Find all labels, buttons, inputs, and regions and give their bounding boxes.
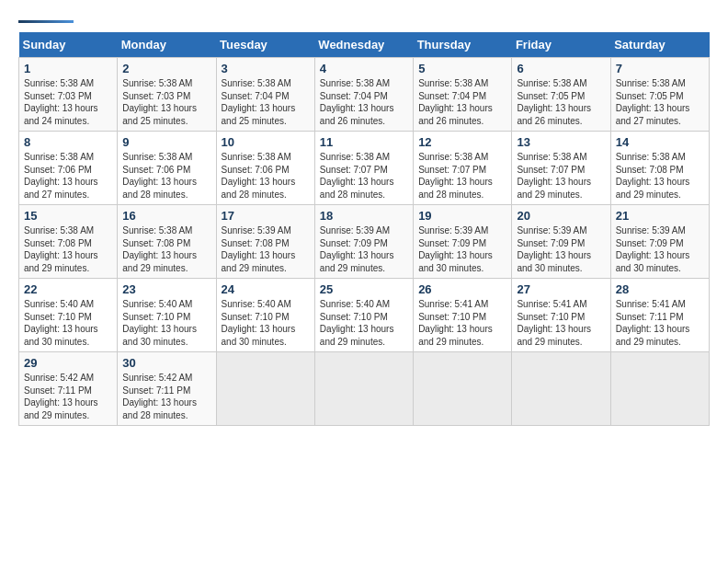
day-number: 8 [24,135,112,149]
day-number: 16 [122,209,210,223]
table-row: 11Sunrise: 5:38 AM Sunset: 7:07 PM Dayli… [314,132,413,205]
table-row: 29Sunrise: 5:42 AM Sunset: 7:11 PM Dayli… [19,352,118,426]
table-row: 24Sunrise: 5:40 AM Sunset: 7:10 PM Dayli… [216,279,314,352]
day-number: 26 [418,282,506,296]
day-number: 19 [418,209,506,223]
day-info: Sunrise: 5:38 AM Sunset: 7:04 PM Dayligh… [222,77,310,127]
table-row: 8Sunrise: 5:38 AM Sunset: 7:06 PM Daylig… [19,132,118,205]
table-row: 17Sunrise: 5:39 AM Sunset: 7:08 PM Dayli… [216,205,314,279]
col-sunday: Sunday [19,32,118,58]
day-number: 6 [517,62,605,75]
table-row: 3Sunrise: 5:38 AM Sunset: 7:04 PM Daylig… [216,58,314,132]
day-number: 5 [418,62,506,75]
table-row: 30Sunrise: 5:42 AM Sunset: 7:11 PM Dayli… [118,352,216,426]
day-number: 12 [418,135,506,149]
day-info: Sunrise: 5:41 AM Sunset: 7:11 PM Dayligh… [616,298,704,348]
day-info: Sunrise: 5:41 AM Sunset: 7:10 PM Dayligh… [418,298,506,348]
table-row: 6Sunrise: 5:38 AM Sunset: 7:05 PM Daylig… [512,58,610,132]
table-row [414,352,512,426]
col-monday: Monday [118,32,216,58]
day-number: 20 [517,209,605,223]
table-row: 2Sunrise: 5:38 AM Sunset: 7:03 PM Daylig… [118,58,216,132]
day-number: 21 [616,209,704,223]
calendar-header: Sunday Monday Tuesday Wednesday Thursday… [19,32,710,58]
table-row: 7Sunrise: 5:38 AM Sunset: 7:05 PM Daylig… [610,58,709,132]
day-info: Sunrise: 5:38 AM Sunset: 7:03 PM Dayligh… [122,77,210,127]
day-number: 10 [222,135,310,149]
day-number: 18 [320,209,408,223]
day-number: 22 [24,282,112,296]
day-info: Sunrise: 5:39 AM Sunset: 7:09 PM Dayligh… [320,224,408,274]
day-number: 1 [24,62,112,75]
table-row: 12Sunrise: 5:38 AM Sunset: 7:07 PM Dayli… [414,132,512,205]
day-number: 29 [24,356,112,370]
day-info: Sunrise: 5:40 AM Sunset: 7:10 PM Dayligh… [320,298,408,348]
day-info: Sunrise: 5:38 AM Sunset: 7:08 PM Dayligh… [122,224,210,274]
calendar-row: 8Sunrise: 5:38 AM Sunset: 7:06 PM Daylig… [19,132,710,205]
table-row: 20Sunrise: 5:39 AM Sunset: 7:09 PM Dayli… [512,205,610,279]
day-info: Sunrise: 5:38 AM Sunset: 7:05 PM Dayligh… [616,77,704,127]
table-row: 27Sunrise: 5:41 AM Sunset: 7:10 PM Dayli… [512,279,610,352]
day-number: 14 [616,135,704,149]
day-number: 28 [616,282,704,296]
table-row: 13Sunrise: 5:38 AM Sunset: 7:07 PM Dayli… [512,132,610,205]
table-row: 1Sunrise: 5:38 AM Sunset: 7:03 PM Daylig… [19,58,118,132]
day-info: Sunrise: 5:39 AM Sunset: 7:09 PM Dayligh… [517,224,605,274]
day-info: Sunrise: 5:38 AM Sunset: 7:05 PM Dayligh… [517,77,605,127]
day-number: 7 [616,62,704,75]
day-info: Sunrise: 5:40 AM Sunset: 7:10 PM Dayligh… [122,298,210,348]
table-row [216,352,314,426]
table-row: 19Sunrise: 5:39 AM Sunset: 7:09 PM Dayli… [414,205,512,279]
calendar-row: 1Sunrise: 5:38 AM Sunset: 7:03 PM Daylig… [19,58,710,132]
day-number: 23 [122,282,210,296]
table-row: 18Sunrise: 5:39 AM Sunset: 7:09 PM Dayli… [314,205,413,279]
table-row: 21Sunrise: 5:39 AM Sunset: 7:09 PM Dayli… [610,205,709,279]
table-row: 26Sunrise: 5:41 AM Sunset: 7:10 PM Dayli… [414,279,512,352]
calendar-table: Sunday Monday Tuesday Wednesday Thursday… [18,32,710,426]
day-info: Sunrise: 5:38 AM Sunset: 7:06 PM Dayligh… [24,151,112,201]
table-row [610,352,709,426]
day-info: Sunrise: 5:38 AM Sunset: 7:06 PM Dayligh… [122,151,210,201]
day-number: 4 [320,62,408,75]
day-info: Sunrise: 5:38 AM Sunset: 7:04 PM Dayligh… [418,77,506,127]
logo [18,18,74,23]
day-info: Sunrise: 5:38 AM Sunset: 7:08 PM Dayligh… [24,224,112,274]
day-info: Sunrise: 5:39 AM Sunset: 7:08 PM Dayligh… [222,224,310,274]
day-number: 17 [222,209,310,223]
table-row: 28Sunrise: 5:41 AM Sunset: 7:11 PM Dayli… [610,279,709,352]
col-tuesday: Tuesday [216,32,314,58]
day-number: 13 [517,135,605,149]
calendar-row: 29Sunrise: 5:42 AM Sunset: 7:11 PM Dayli… [19,352,710,426]
calendar-row: 15Sunrise: 5:38 AM Sunset: 7:08 PM Dayli… [19,205,710,279]
day-number: 11 [320,135,408,149]
day-info: Sunrise: 5:42 AM Sunset: 7:11 PM Dayligh… [24,372,112,421]
day-info: Sunrise: 5:42 AM Sunset: 7:11 PM Dayligh… [122,372,210,421]
logo-underline [18,20,74,23]
day-info: Sunrise: 5:38 AM Sunset: 7:08 PM Dayligh… [616,151,704,201]
col-friday: Friday [512,32,610,58]
table-row [512,352,610,426]
table-row: 10Sunrise: 5:38 AM Sunset: 7:06 PM Dayli… [216,132,314,205]
table-row: 25Sunrise: 5:40 AM Sunset: 7:10 PM Dayli… [314,279,413,352]
table-row: 23Sunrise: 5:40 AM Sunset: 7:10 PM Dayli… [118,279,216,352]
day-info: Sunrise: 5:38 AM Sunset: 7:07 PM Dayligh… [418,151,506,201]
day-number: 15 [24,209,112,223]
day-info: Sunrise: 5:38 AM Sunset: 7:07 PM Dayligh… [320,151,408,201]
day-number: 24 [222,282,310,296]
calendar-body: 1Sunrise: 5:38 AM Sunset: 7:03 PM Daylig… [19,58,710,426]
table-row: 14Sunrise: 5:38 AM Sunset: 7:08 PM Dayli… [610,132,709,205]
table-row [314,352,413,426]
calendar-row: 22Sunrise: 5:40 AM Sunset: 7:10 PM Dayli… [19,279,710,352]
col-saturday: Saturday [610,32,709,58]
day-info: Sunrise: 5:39 AM Sunset: 7:09 PM Dayligh… [616,224,704,274]
day-info: Sunrise: 5:40 AM Sunset: 7:10 PM Dayligh… [222,298,310,348]
day-number: 30 [122,356,210,370]
day-number: 2 [122,62,210,75]
day-number: 27 [517,282,605,296]
day-info: Sunrise: 5:39 AM Sunset: 7:09 PM Dayligh… [418,224,506,274]
day-number: 3 [222,62,310,75]
day-info: Sunrise: 5:41 AM Sunset: 7:10 PM Dayligh… [517,298,605,348]
table-row: 16Sunrise: 5:38 AM Sunset: 7:08 PM Dayli… [118,205,216,279]
day-number: 9 [122,135,210,149]
day-info: Sunrise: 5:38 AM Sunset: 7:06 PM Dayligh… [222,151,310,201]
